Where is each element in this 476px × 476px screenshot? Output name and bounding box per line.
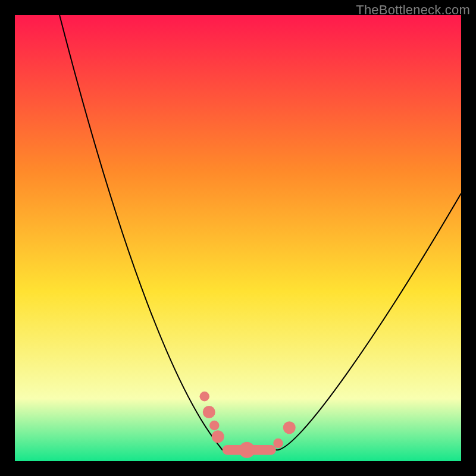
curve-marker	[283, 421, 296, 434]
curve-marker	[203, 406, 215, 418]
curve-path	[60, 15, 461, 450]
chart-frame: TheBottleneck.com	[0, 0, 476, 476]
curve-marker	[212, 430, 224, 443]
curve-marker	[200, 392, 210, 402]
bottleneck-curve	[15, 15, 461, 461]
watermark-text: TheBottleneck.com	[356, 2, 470, 18]
plot-area	[15, 15, 461, 461]
curve-marker	[209, 421, 220, 431]
curve-marker	[273, 439, 283, 449]
curve-marker	[239, 442, 255, 458]
